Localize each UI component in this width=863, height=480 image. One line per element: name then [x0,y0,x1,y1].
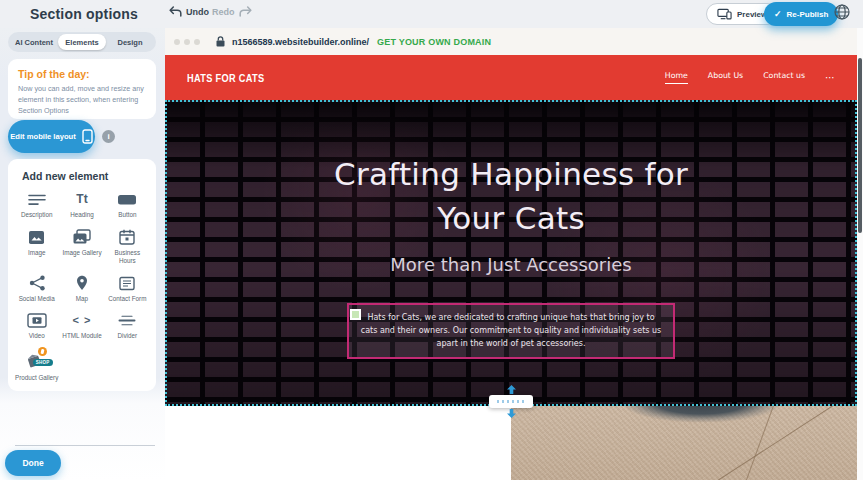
info-icon[interactable]: i [102,130,115,143]
heading-icon: Tt [76,191,87,208]
element-label: Image Gallery [62,249,101,258]
video-icon [27,312,47,329]
pavement-seam [734,406,776,480]
scrollbar-thumb[interactable] [858,58,862,233]
tab-design[interactable]: Design [106,34,154,50]
element-item-image-gallery[interactable]: Image Gallery [59,229,104,266]
element-item-social-media[interactable]: Social Media [14,275,59,304]
browser-dot [174,39,180,45]
site-nav: Home About Us Contact us ⋯ [665,71,835,84]
element-label: Social Media [19,295,55,304]
site-logo[interactable]: HATS FOR CATS [187,72,264,84]
element-label: Divider [118,332,138,341]
devices-icon [717,8,732,20]
hero-subheading[interactable]: More than Just Accessories [167,254,855,275]
divider-icon [118,312,136,329]
element-label: Product Gallery [15,374,58,383]
hero-section[interactable]: Crafting Happiness for Your Cats More th… [165,100,857,406]
browser-bar: n1566589.websitebuilder.online/ GET YOUR… [165,28,857,55]
scrollbar [857,28,863,480]
check-icon: ✓ [774,9,782,19]
site-url: n1566589.websitebuilder.online/ [232,37,369,47]
element-item-map[interactable]: Map [59,275,104,304]
tab-ai-content[interactable]: AI Content [10,34,58,50]
element-item-product-gallery[interactable]: SHOP Product Gallery [14,350,59,383]
element-label: Description [21,211,53,220]
site-header: HATS FOR CATS Home About Us Contact us ⋯ [165,55,857,100]
browser-dot [184,39,190,45]
panel-title: Add new element [22,170,150,182]
element-label: Heading [70,211,93,220]
contact-form-icon [118,275,136,292]
topbar: Section options Undo Redo Preview ✓ Re-P… [0,0,863,28]
element-item-video[interactable]: Video [14,312,59,341]
republish-button[interactable]: ✓ Re-Publish [764,2,838,26]
social-media-icon [28,275,46,292]
edit-mobile-layout-button[interactable]: Edit mobile layout [8,120,95,153]
element-label: Contact Form [108,295,146,304]
sidebar: AI Content Elements Design Tip of the da… [0,28,165,480]
drag-handle[interactable] [350,309,361,320]
nav-home[interactable]: Home [665,71,688,84]
business-hours-icon [118,229,136,246]
element-label: Business Hours [105,249,149,266]
selected-text-element[interactable]: Hats for Cats, we are dedicated to craft… [347,303,675,359]
tip-of-the-day-card: Tip of the day: Now you can add, move an… [8,59,156,119]
html-module-icon: < > [73,312,92,329]
tab-elements[interactable]: Elements [58,34,106,50]
element-grid: Description Tt Heading Button Image [14,191,150,382]
sidebar-tabs: AI Content Elements Design [8,32,156,52]
section-resize-handle[interactable] [489,385,533,418]
element-item-heading[interactable]: Tt Heading [59,191,104,220]
smartphone-icon [82,129,93,144]
shop-badge: SHOP [33,359,53,366]
page-title: Section options [30,6,138,22]
browser-dot [194,39,200,45]
site-preview-pane: n1566589.websitebuilder.online/ GET YOUR… [165,28,857,480]
product-gallery-icon: SHOP [24,350,50,370]
redo-icon [239,6,252,17]
sidebar-divider [15,445,155,446]
undo-label: Undo [186,7,209,17]
redo-label: Redo [212,7,235,17]
edit-mobile-label: Edit mobile layout [10,132,75,141]
done-button[interactable]: Done [5,450,61,476]
element-item-image[interactable]: Image [14,229,59,266]
nav-about-us[interactable]: About Us [708,71,743,84]
undo-button[interactable]: Undo [169,6,209,17]
element-item-html-module[interactable]: < > HTML Module [59,312,104,341]
map-icon [75,275,89,292]
lock-icon [216,36,225,47]
republish-label: Re-Publish [787,10,829,19]
tip-title: Tip of the day: [18,68,146,80]
nav-contact-us[interactable]: Contact us [763,71,805,84]
next-section-blank [165,406,511,480]
element-item-business-hours[interactable]: Business Hours [105,229,150,266]
element-item-contact-form[interactable]: Contact Form [105,275,150,304]
grip-dots-icon [497,400,525,403]
arrow-up-icon [507,385,516,394]
get-domain-link[interactable]: GET YOUR OWN DOMAIN [377,37,491,47]
add-new-element-panel: Add new element Description Tt Heading B… [8,159,156,391]
button-icon [117,191,137,208]
tip-body: Now you can add, move and resize any ele… [18,84,146,116]
element-item-button[interactable]: Button [105,191,150,220]
redo-button[interactable]: Redo [212,6,252,17]
preview-label: Preview [737,10,767,19]
more-menu-icon[interactable]: ⋯ [825,72,835,83]
globe-icon[interactable] [833,3,851,21]
arrow-down-icon [507,409,516,418]
description-icon [28,191,46,208]
image-gallery-icon [72,229,91,246]
hero-paragraph: Hats for Cats, we are dedicated to craft… [358,312,664,350]
resize-grip[interactable] [489,395,533,408]
image-icon [27,229,46,246]
element-label: Button [118,211,136,220]
hero-heading[interactable]: Crafting Happiness for Your Cats [311,152,711,240]
element-label: Image [28,249,46,258]
element-item-divider[interactable]: Divider [105,312,150,341]
element-label: HTML Module [62,332,101,341]
element-label: Video [29,332,45,341]
element-item-description[interactable]: Description [14,191,59,220]
next-section-image[interactable] [511,406,857,480]
